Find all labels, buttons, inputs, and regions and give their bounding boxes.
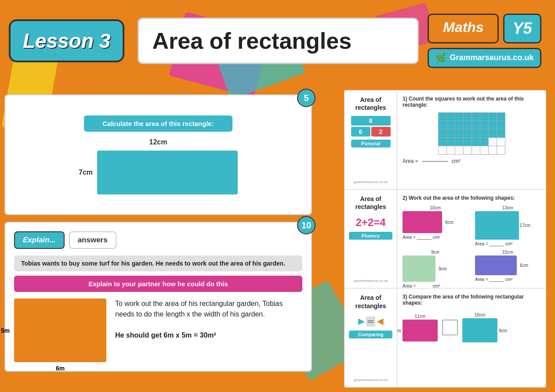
main-content: 5 Calculate the area of this rectangle: … (0, 81, 555, 392)
explain-text-1: To work out the area of his rectangular … (115, 300, 283, 318)
ws3-shape2-top: 10cm (475, 313, 485, 317)
ws1-left-col: Area of rectangles 8 6 2 Pictorial gramm… (345, 90, 397, 189)
ws-num-row-1: 8 (351, 116, 391, 126)
ws3-compare-row: 11cm 8cm 10cm 9cm (403, 313, 540, 342)
ws2-shape3-side-label: 9cm (439, 266, 447, 271)
lesson-badge: Lesson 3 (9, 19, 124, 62)
garden-rectangle (14, 298, 106, 362)
worksheet-section-3: Area of rectangles ▶ ═ ◀ Comparing gramm… (345, 288, 546, 387)
ws3-label-badge: Comparing (349, 331, 392, 338)
ws2-shape-1: 10cm 6cm Area = ______ cm² (403, 205, 468, 246)
ws2-badge: 2+2=4 (355, 217, 385, 228)
ws-num-row-2: 6 2 (351, 127, 391, 137)
ws2-shape4-rect (475, 255, 517, 275)
ws1-label-badge: Pictorial (351, 140, 391, 147)
ws2-left-col: Area of rectangles 2+2=4 Fluency grammar… (345, 190, 397, 288)
page-title: Area of rectangles (152, 28, 404, 54)
partner-prompt: Explain to your partner how he could do … (14, 276, 302, 292)
ws2-right-col: 2) Work out the area of the following sh… (397, 190, 546, 288)
ws-num-cell-6: 6 (351, 127, 370, 137)
top-right-branding: Maths Y5 🌿 Grammarsaurus.co.uk (428, 14, 541, 68)
ws2-shape4-top-label: 15cm (502, 250, 513, 255)
height-label: 7cm (79, 169, 93, 176)
answers-tab[interactable]: answers (69, 231, 116, 249)
slide-calculate: 5 Calculate the area of this rectangle: … (4, 94, 312, 215)
count-grid (438, 112, 505, 155)
ws2-shape1-top-label: 10cm (430, 205, 440, 210)
slide-explain: 10 Explain... answers Tobias wants to bu… (4, 222, 312, 372)
title-box: Area of rectangles (138, 18, 419, 64)
ws2-label-badge: Fluency (349, 232, 392, 240)
ws2-shape-3: 9cm 9cm Area = ______ cm² (403, 250, 468, 288)
year-label: Y5 (512, 19, 532, 38)
ws2-question: 2) Work out the area of the following sh… (403, 195, 540, 201)
ws3-comparison-box[interactable] (442, 320, 458, 335)
ws3-shape-1: 11cm 8cm (403, 314, 438, 342)
ws3-shape1-side: 8cm (397, 328, 401, 333)
ws3-comparing-badge: ▶ ═ ◀ (358, 316, 383, 327)
ws2-shape2-side-label: 17cm (520, 223, 530, 228)
ws1-question: 1) Count the squares to work out the are… (403, 96, 540, 108)
ws3-shape-2: 10cm 9cm (462, 313, 497, 342)
ws2-grammarsaurus: grammarsaurus.co.uk (354, 279, 388, 283)
gt-symbol: ▶ (358, 316, 364, 326)
ws3-grammarsaurus: grammarsaurus.co.uk (354, 378, 388, 382)
lt-symbol: ◀ (377, 316, 383, 326)
ws2-shape1-answer: Area = ______ cm² (403, 235, 440, 240)
ws1-area-units: cm² (452, 158, 461, 164)
maths-label: Maths (439, 19, 488, 36)
problem-text: Tobias wants to buy some turf for his ga… (14, 255, 302, 271)
eq-symbol: ═ (366, 316, 375, 327)
ws1-area-label: Area = (403, 158, 418, 164)
ws2-shape4-answer: Area = ______ cm² (475, 277, 512, 282)
ws1-area-answer: Area = cm² (403, 158, 540, 164)
left-panel: 5 Calculate the area of this rectangle: … (4, 94, 321, 388)
ws3-question: 3) Compare the area of the following rec… (403, 294, 540, 306)
ws1-title: Area of rectangles (349, 96, 392, 111)
ws2-shapes-grid: 10cm 6cm Area = ______ cm² 13cm 17cm (403, 205, 540, 288)
lesson-badge-text: Lesson 3 (23, 29, 110, 53)
worksheet-section-2: Area of rectangles 2+2=4 Fluency grammar… (345, 190, 546, 289)
ws2-shape3-rect (403, 255, 435, 282)
explain-text: To work out the area of his rectangular … (115, 298, 302, 341)
garden-height-label: 5m (1, 327, 10, 334)
ws1-number-grid: 8 6 2 Pictorial (351, 116, 391, 149)
right-panel: Area of rectangles 8 6 2 Pictorial gramm… (344, 90, 546, 388)
subject-year-row: Maths Y5 (428, 14, 541, 43)
explain-body: 5m 6m To work out the area of his rectan… (14, 298, 302, 362)
ws1-answer-blank[interactable] (422, 161, 448, 162)
slide-number-2: 10 (297, 216, 316, 234)
ws3-title: Area of rectangles (349, 294, 392, 309)
ws2-shape-2: 13cm 17cm Area = ______ cm² (475, 205, 540, 246)
ws2-title: Area of rectangles (349, 195, 392, 211)
garden-width-label: 6m (56, 365, 65, 372)
explain-tab[interactable]: Explain... (14, 231, 65, 249)
calculate-button[interactable]: Calculate the area of this rectangle: (84, 115, 232, 132)
ws-num-cell-8: 8 (351, 116, 391, 126)
ws1-grammarsaurus: grammarsaurus.co.uk (354, 180, 388, 184)
ws-num-row-3: Pictorial (351, 138, 391, 147)
ws3-shape2-rect (462, 318, 497, 342)
ws3-right-col: 3) Compare the area of the following rec… (397, 288, 546, 387)
grammar-icon: 🌿 (435, 53, 446, 63)
ws3-shape1-rect (403, 320, 438, 342)
explain-tabs: Explain... answers (14, 231, 302, 249)
ws2-shape3-top-label: 9cm (431, 250, 439, 255)
grammarsaurus-badge: 🌿 Grammarsaurus.co.uk (428, 48, 541, 68)
explain-formula: He should get 6m x 5m = 30m² (115, 331, 216, 339)
ws2-shape2-rect (475, 211, 519, 240)
ws2-shape2-answer: Area = ______ cm² (475, 241, 512, 246)
ws-num-cell-2: 2 (371, 127, 391, 137)
ws3-shape2-side: 9cm (499, 328, 507, 333)
slide-number-1: 5 (297, 89, 316, 107)
ws2-shape1-side-label: 6cm (445, 219, 453, 224)
rectangle-container: 7cm (79, 151, 238, 194)
grammarsaurus-label: Grammarsaurus.co.uk (450, 53, 533, 62)
rectangle-shape (97, 151, 238, 194)
ws2-shape3-answer: Area = ______ cm² (403, 284, 440, 288)
ws2-shape4-side-label: 6cm (520, 263, 528, 268)
ws1-right-col: 1) Count the squares to work out the are… (397, 90, 546, 189)
ws2-shape2-top-label: 13cm (502, 205, 513, 210)
year-badge: Y5 (503, 14, 541, 43)
ws2-shape1-rect (403, 211, 442, 233)
